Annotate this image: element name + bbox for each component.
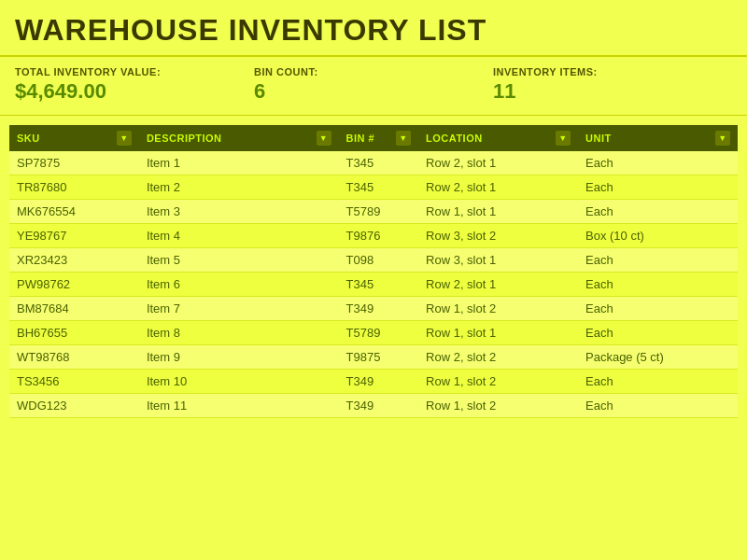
cell-unit: Each <box>578 248 738 273</box>
cell-location: Row 1, slot 2 <box>418 297 578 321</box>
cell-bin: T098 <box>339 248 418 273</box>
desc-dropdown-button[interactable]: ▼ <box>317 131 331 146</box>
col-header-location: LOCATION ▼ <box>418 125 578 151</box>
cell-unit: Each <box>578 370 738 394</box>
cell-unit: Each <box>578 321 738 345</box>
col-header-desc-label: DESCRIPTION <box>147 133 222 144</box>
cell-sku: MK676554 <box>9 200 139 224</box>
cell-description: Item 5 <box>139 248 339 273</box>
col-header-sku: SKU ▼ <box>9 125 139 151</box>
cell-bin: T345 <box>339 175 418 200</box>
cell-unit: Box (10 ct) <box>578 224 738 248</box>
cell-bin: T9875 <box>339 345 418 370</box>
cell-location: Row 2, slot 1 <box>418 175 578 200</box>
cell-description: Item 7 <box>139 297 339 321</box>
table-row: TS3456Item 10T349Row 1, slot 2Each <box>9 370 738 394</box>
col-header-bin: BIN # ▼ <box>339 125 418 151</box>
unit-dropdown-button[interactable]: ▼ <box>715 131 730 146</box>
table-row: YE98767Item 4T9876Row 3, slot 2Box (10 c… <box>9 224 738 248</box>
cell-unit: Package (5 ct) <box>578 345 738 370</box>
inventory-items-block: INVENTORY ITEMS: 11 <box>493 66 732 104</box>
table-row: SP7875Item 1T345Row 2, slot 1Each <box>9 151 738 175</box>
page-title: WAREHOUSE INVENTORY LIST <box>15 13 732 48</box>
cell-description: Item 1 <box>139 151 339 175</box>
total-value-label: TOTAL INVENTORY VALUE: <box>15 66 254 77</box>
cell-location: Row 2, slot 1 <box>418 273 578 297</box>
location-dropdown-button[interactable]: ▼ <box>556 131 571 146</box>
table-header-row: SKU ▼ DESCRIPTION ▼ BIN # ▼ <box>9 125 738 151</box>
cell-description: Item 4 <box>139 224 339 248</box>
cell-sku: TR87680 <box>9 175 139 200</box>
cell-location: Row 1, slot 2 <box>418 370 578 394</box>
cell-unit: Each <box>578 273 738 297</box>
cell-unit: Each <box>578 175 738 200</box>
bin-count-block: BIN COUNT: 6 <box>254 66 493 104</box>
bin-count: 6 <box>254 79 493 104</box>
cell-description: Item 11 <box>139 394 339 418</box>
table-row: BM87684Item 7T349Row 1, slot 2Each <box>9 297 738 321</box>
inventory-items: 11 <box>493 79 732 104</box>
cell-unit: Each <box>578 151 738 175</box>
total-value: $4,649.00 <box>15 79 254 104</box>
inventory-table-container: SKU ▼ DESCRIPTION ▼ BIN # ▼ <box>0 116 747 427</box>
bin-count-label: BIN COUNT: <box>254 66 493 77</box>
cell-location: Row 3, slot 1 <box>418 248 578 273</box>
cell-sku: SP7875 <box>9 151 139 175</box>
table-row: PW98762Item 6T345Row 2, slot 1Each <box>9 273 738 297</box>
cell-description: Item 8 <box>139 321 339 345</box>
col-header-sku-label: SKU <box>17 133 40 144</box>
bin-dropdown-button[interactable]: ▼ <box>396 131 411 146</box>
col-header-location-label: LOCATION <box>426 133 483 144</box>
cell-sku: XR23423 <box>9 248 139 273</box>
cell-bin: T345 <box>339 273 418 297</box>
col-header-description: DESCRIPTION ▼ <box>139 125 339 151</box>
stats-section: TOTAL INVENTORY VALUE: $4,649.00 BIN COU… <box>0 57 747 116</box>
cell-description: Item 10 <box>139 370 339 394</box>
table-row: TR87680Item 2T345Row 2, slot 1Each <box>9 175 738 200</box>
table-row: MK676554Item 3T5789Row 1, slot 1Each <box>9 200 738 224</box>
cell-description: Item 2 <box>139 175 339 200</box>
cell-sku: WT98768 <box>9 345 139 370</box>
col-header-unit-label: UNIT <box>585 133 612 144</box>
cell-bin: T9876 <box>339 224 418 248</box>
cell-location: Row 3, slot 2 <box>418 224 578 248</box>
cell-location: Row 1, slot 1 <box>418 200 578 224</box>
sku-dropdown-button[interactable]: ▼ <box>117 131 132 146</box>
cell-description: Item 6 <box>139 273 339 297</box>
cell-location: Row 1, slot 1 <box>418 321 578 345</box>
cell-sku: TS3456 <box>9 370 139 394</box>
cell-unit: Each <box>578 297 738 321</box>
total-value-block: TOTAL INVENTORY VALUE: $4,649.00 <box>15 66 254 104</box>
cell-sku: BH67655 <box>9 321 139 345</box>
page-header: WAREHOUSE INVENTORY LIST <box>0 0 747 57</box>
cell-sku: YE98767 <box>9 224 139 248</box>
cell-bin: T349 <box>339 297 418 321</box>
cell-bin: T349 <box>339 370 418 394</box>
cell-unit: Each <box>578 394 738 418</box>
inventory-items-label: INVENTORY ITEMS: <box>493 66 732 77</box>
table-row: WT98768Item 9T9875Row 2, slot 2Package (… <box>9 345 738 370</box>
cell-bin: T5789 <box>339 200 418 224</box>
cell-sku: PW98762 <box>9 273 139 297</box>
table-row: WDG123Item 11T349Row 1, slot 2Each <box>9 394 738 418</box>
table-body: SP7875Item 1T345Row 2, slot 1EachTR87680… <box>9 151 738 418</box>
col-header-unit: UNIT ▼ <box>578 125 738 151</box>
table-row: XR23423Item 5T098Row 3, slot 1Each <box>9 248 738 273</box>
col-header-bin-label: BIN # <box>346 133 375 144</box>
inventory-table: SKU ▼ DESCRIPTION ▼ BIN # ▼ <box>9 125 738 418</box>
cell-bin: T345 <box>339 151 418 175</box>
cell-sku: BM87684 <box>9 297 139 321</box>
cell-description: Item 9 <box>139 345 339 370</box>
table-row: BH67655Item 8T5789Row 1, slot 1Each <box>9 321 738 345</box>
cell-location: Row 1, slot 2 <box>418 394 578 418</box>
cell-bin: T349 <box>339 394 418 418</box>
cell-unit: Each <box>578 200 738 224</box>
cell-location: Row 2, slot 2 <box>418 345 578 370</box>
cell-location: Row 2, slot 1 <box>418 151 578 175</box>
cell-description: Item 3 <box>139 200 339 224</box>
cell-sku: WDG123 <box>9 394 139 418</box>
cell-bin: T5789 <box>339 321 418 345</box>
